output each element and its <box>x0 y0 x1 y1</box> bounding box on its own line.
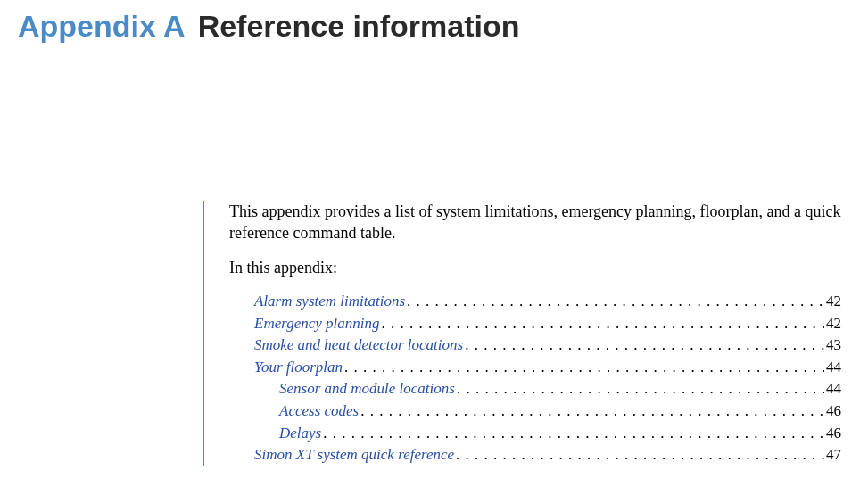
toc-leader-dots <box>359 400 824 423</box>
toc-entry[interactable]: Smoke and heat detector locations 43 <box>229 334 841 357</box>
toc-leader-dots <box>380 313 824 335</box>
toc-entry-page: 46 <box>824 400 841 423</box>
toc-entry-title: Simon XT system quick reference <box>254 444 454 466</box>
chapter-title: Reference information <box>198 9 520 44</box>
page-header: Appendix A Reference information <box>0 0 868 44</box>
toc-entry-title: Delays <box>279 423 321 445</box>
toc-entry-page: 44 <box>824 378 841 400</box>
table-of-contents: Alarm system limitations 42 Emergency pl… <box>229 291 841 466</box>
toc-entry-title: Sensor and module locations <box>279 378 455 400</box>
toc-entry[interactable]: Alarm system limitations 42 <box>229 291 841 313</box>
toc-entry-title: Alarm system limitations <box>254 291 405 313</box>
toc-entry-page: 42 <box>824 291 841 313</box>
intro-lead-in: In this appendix: <box>229 257 841 278</box>
toc-entry-page: 43 <box>824 334 841 357</box>
toc-entry-title: Your floorplan <box>254 357 343 379</box>
toc-entry[interactable]: Emergency planning 42 <box>229 313 841 335</box>
toc-entry-title: Smoke and heat detector locations <box>254 334 463 357</box>
toc-leader-dots <box>454 444 824 466</box>
toc-entry-title: Access codes <box>279 400 359 423</box>
toc-entry-page: 46 <box>824 423 841 445</box>
toc-entry[interactable]: Access codes 46 <box>229 400 841 423</box>
toc-entry[interactable]: Simon XT system quick reference 47 <box>229 444 841 466</box>
toc-leader-dots <box>343 357 824 379</box>
appendix-label: Appendix A <box>18 9 186 44</box>
toc-leader-dots <box>455 378 824 400</box>
content-block: This appendix provides a list of system … <box>203 201 841 466</box>
toc-entry-title: Emergency planning <box>254 313 380 335</box>
toc-leader-dots <box>463 334 824 357</box>
toc-leader-dots <box>321 423 824 445</box>
toc-entry-page: 47 <box>824 444 841 466</box>
toc-leader-dots <box>405 291 824 313</box>
toc-entry[interactable]: Your floorplan 44 <box>229 357 841 379</box>
toc-entry-page: 42 <box>824 313 841 335</box>
intro-paragraph: This appendix provides a list of system … <box>229 201 841 244</box>
toc-entry[interactable]: Sensor and module locations 44 <box>229 378 841 400</box>
toc-entry[interactable]: Delays 46 <box>229 423 841 445</box>
toc-entry-page: 44 <box>824 357 841 379</box>
